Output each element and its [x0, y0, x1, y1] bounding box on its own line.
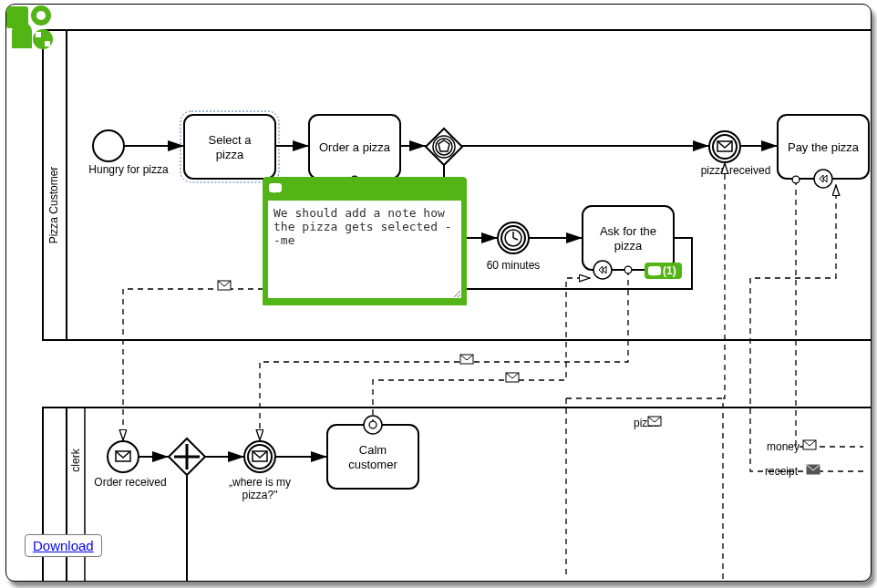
- svg-rect-40: [45, 41, 50, 46]
- order-received-label: Order received: [94, 476, 166, 489]
- msg-label-receipt: receipt: [765, 465, 799, 478]
- start-label: Hungry for pizza: [88, 163, 169, 176]
- lane-label-clerk: clerk: [69, 448, 82, 471]
- timer-event[interactable]: [498, 222, 529, 253]
- message-start-order-received[interactable]: [108, 441, 139, 472]
- timer-label: 60 minutes: [487, 259, 541, 272]
- parallel-gateway[interactable]: [169, 438, 205, 475]
- comment-textarea[interactable]: [267, 200, 462, 299]
- comment-popup[interactable]: [263, 177, 467, 305]
- pool-vendor[interactable]: [43, 407, 871, 581]
- comment-icon: [269, 183, 282, 192]
- received-label: pizza received: [701, 164, 771, 177]
- svg-text:customer: customer: [348, 458, 397, 471]
- svg-point-37: [36, 11, 46, 20]
- pay-label: Pay the pizza: [788, 140, 860, 154]
- bpmn-io-logo[interactable]: [6, 5, 54, 52]
- download-button[interactable]: Download: [25, 534, 102, 557]
- svg-text:pizza: pizza: [614, 239, 643, 253]
- comment-count: (1): [663, 264, 676, 277]
- svg-text:„where is my: „where is my: [229, 476, 291, 489]
- svg-text:pizza?": pizza?": [242, 489, 278, 501]
- svg-text:Ask for the: Ask for the: [600, 224, 656, 238]
- lane-label-customer: Pizza Customer: [47, 167, 60, 244]
- comment-count-badge[interactable]: (1): [645, 263, 682, 279]
- svg-marker-2: [426, 129, 462, 165]
- task-order-label: Order a pizza: [319, 140, 391, 154]
- task-select-label-1: Select a: [209, 133, 253, 147]
- message-catch-where[interactable]: [244, 441, 275, 472]
- msg-flow-receipt[interactable]: [750, 185, 863, 471]
- download-link[interactable]: Download: [33, 538, 94, 553]
- msg-label-money: money: [767, 440, 800, 453]
- comment-icon: [648, 266, 661, 275]
- start-event[interactable]: [93, 130, 124, 161]
- message-catch-pizza-received[interactable]: [709, 131, 740, 162]
- svg-text:Calm: Calm: [359, 443, 387, 457]
- event-gateway[interactable]: [426, 129, 462, 165]
- msg-flow-pizza[interactable]: [723, 163, 725, 579]
- svg-rect-39: [36, 32, 41, 37]
- task-select-label-2: pizza: [216, 148, 244, 161]
